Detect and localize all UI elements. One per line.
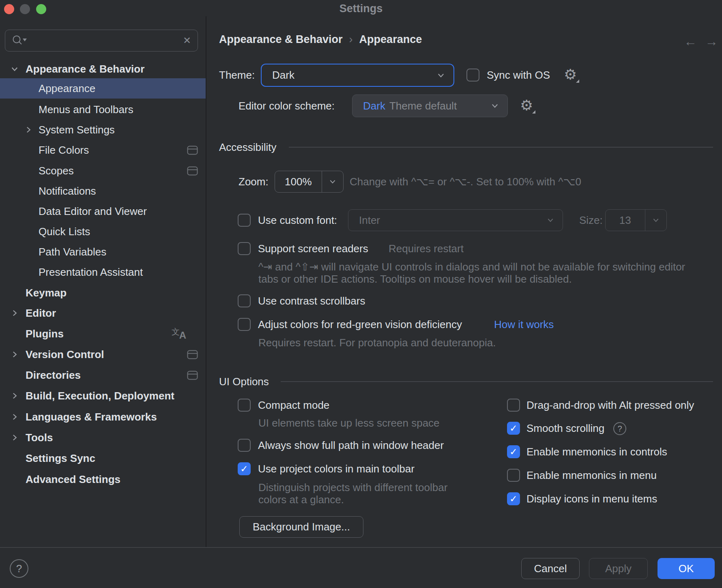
chevron-right-icon[interactable]: [11, 350, 19, 358]
project-colors-option[interactable]: Use project colors in main toolbar: [238, 462, 415, 475]
smooth-scrolling-option[interactable]: Smooth scrolling: [507, 422, 604, 435]
compact-mode-option[interactable]: Compact mode: [238, 399, 329, 412]
sidebar-item-plugins[interactable]: Plugins 文 A: [0, 324, 206, 344]
help-button[interactable]: ?: [10, 559, 28, 578]
red-green-vision-checkbox[interactable]: [238, 318, 251, 331]
chevron-down-icon[interactable]: [322, 171, 343, 192]
mnemonics-controls-label: Enable mnemonics in controls: [526, 446, 667, 458]
sidebar-item-languages-frameworks[interactable]: Languages & Frameworks: [0, 407, 206, 427]
menu-icons-checkbox[interactable]: [507, 492, 520, 505]
search-icon: [12, 34, 28, 47]
chevron-down-icon[interactable]: [11, 65, 19, 73]
use-custom-font-label: Use custom font:: [258, 214, 337, 227]
project-colors-description-line2: colors at a glance.: [258, 494, 344, 506]
sidebar-item-label: Appearance & Behavior: [26, 63, 144, 75]
custom-font-select[interactable]: Inter: [348, 209, 563, 231]
use-contrast-scrollbars-label: Use contrast scrollbars: [258, 295, 365, 307]
sidebar-item-label: Notifications: [39, 185, 96, 197]
sidebar-item-system-settings[interactable]: System Settings: [0, 120, 206, 140]
breadcrumb-parent[interactable]: Appearance & Behavior: [219, 33, 343, 46]
editor-color-scheme-select[interactable]: Dark Theme default: [352, 94, 508, 117]
sidebar-item-presentation-assistant[interactable]: Presentation Assistant: [0, 262, 206, 282]
sidebar-item-label: Keymap: [26, 287, 67, 299]
project-level-icon: [187, 371, 198, 380]
sync-with-os-option[interactable]: Sync with OS: [466, 69, 550, 82]
sidebar-item-label: Settings Sync: [26, 452, 95, 465]
breadcrumb-separator-icon: ›: [349, 33, 353, 46]
chevron-down-icon: [546, 216, 554, 224]
sidebar-item-build-execution-deployment[interactable]: Build, Execution, Deployment: [0, 386, 206, 406]
use-contrast-scrollbars-option[interactable]: Use contrast scrollbars: [238, 294, 365, 307]
chevron-right-icon[interactable]: [11, 433, 19, 442]
search-input[interactable]: [33, 34, 183, 47]
sidebar-item-keymap[interactable]: Keymap: [0, 283, 206, 303]
ok-button[interactable]: OK: [658, 558, 715, 579]
compact-mode-checkbox[interactable]: [238, 399, 251, 412]
use-custom-font-option[interactable]: Use custom font:: [238, 214, 337, 227]
sidebar-item-scopes[interactable]: Scopes: [0, 161, 206, 181]
mnemonics-menu-checkbox[interactable]: [507, 469, 520, 482]
sidebar-item-label: Appearance: [39, 82, 95, 95]
sidebar-item-editor[interactable]: Editor: [0, 303, 206, 323]
compact-mode-label: Compact mode: [258, 399, 329, 412]
back-arrow-icon[interactable]: ←: [684, 34, 697, 49]
sync-with-os-checkbox[interactable]: [466, 69, 479, 82]
sidebar-item-appearance-behavior[interactable]: Appearance & Behavior: [0, 59, 206, 79]
zoom-combo[interactable]: 100%: [275, 171, 344, 193]
sidebar-item-data-editor-and-viewer[interactable]: Data Editor and Viewer: [0, 201, 206, 221]
clear-search-icon[interactable]: ✕: [183, 35, 191, 46]
cancel-button[interactable]: Cancel: [521, 558, 580, 579]
chevron-right-icon[interactable]: [11, 392, 19, 400]
use-custom-font-checkbox[interactable]: [238, 214, 251, 227]
sidebar-item-label: Build, Execution, Deployment: [26, 390, 174, 402]
editor-color-scheme-label: Editor color scheme:: [239, 100, 335, 112]
sidebar-item-label: Advanced Settings: [26, 473, 120, 486]
project-level-icon: [187, 146, 198, 155]
sync-settings-gear-icon[interactable]: ⚙: [564, 67, 577, 82]
chevron-right-icon[interactable]: [11, 309, 19, 317]
font-size-label: Size:: [579, 214, 603, 227]
sidebar-item-quick-lists[interactable]: Quick Lists: [0, 221, 206, 242]
drag-and-drop-option[interactable]: Drag-and-drop with Alt pressed only: [507, 399, 694, 412]
mnemonics-menu-option[interactable]: Enable mnemonics in menu: [507, 469, 657, 482]
settings-search-box[interactable]: ✕: [5, 30, 198, 52]
drag-and-drop-checkbox[interactable]: [507, 399, 520, 412]
use-contrast-scrollbars-checkbox[interactable]: [238, 294, 251, 307]
support-screen-readers-checkbox[interactable]: [238, 242, 251, 255]
section-rule: [281, 381, 713, 382]
sidebar-item-menus-and-toolbars[interactable]: Menus and Toolbars: [0, 99, 206, 120]
sidebar-item-advanced-settings[interactable]: Advanced Settings: [0, 469, 206, 489]
scheme-settings-gear-icon[interactable]: ⚙: [520, 98, 533, 113]
project-colors-description-line1: Distinguish projects with different tool…: [258, 481, 447, 494]
how-it-works-link[interactable]: How it works: [494, 318, 554, 331]
red-green-description: Requires restart. For protanopia and deu…: [258, 337, 496, 349]
sidebar-item-tools[interactable]: Tools: [0, 427, 206, 448]
chevron-down-icon[interactable]: [645, 210, 666, 231]
sidebar-item-file-colors[interactable]: File Colors: [0, 140, 206, 160]
font-size-combo[interactable]: 13: [605, 209, 667, 231]
smooth-scrolling-help-icon[interactable]: ?: [613, 422, 626, 435]
theme-select[interactable]: Dark: [261, 64, 454, 87]
sidebar-item-notifications[interactable]: Notifications: [0, 181, 206, 201]
mnemonics-controls-option[interactable]: Enable mnemonics in controls: [507, 445, 667, 458]
project-colors-checkbox[interactable]: [238, 462, 251, 475]
full-path-option[interactable]: Always show full path in window header: [238, 439, 444, 452]
sidebar-item-settings-sync[interactable]: Settings Sync: [0, 448, 206, 468]
full-path-checkbox[interactable]: [238, 439, 251, 452]
mnemonics-controls-checkbox[interactable]: [507, 445, 520, 458]
sidebar-item-label: Version Control: [26, 348, 104, 361]
sidebar-item-directories[interactable]: Directories: [0, 365, 206, 385]
sidebar-item-path-variables[interactable]: Path Variables: [0, 242, 206, 262]
sidebar-item-version-control[interactable]: Version Control: [0, 344, 206, 365]
chevron-right-icon[interactable]: [11, 413, 19, 421]
apply-button[interactable]: Apply: [589, 558, 648, 579]
sidebar-item-appearance[interactable]: Appearance: [0, 78, 206, 99]
support-screen-readers-option[interactable]: Support screen readers: [238, 242, 368, 255]
chevron-right-icon[interactable]: [24, 126, 32, 134]
settings-dialog: Settings ✕ Appearance & Behavior Appeara…: [0, 0, 722, 588]
background-image-button[interactable]: Background Image...: [239, 516, 363, 538]
smooth-scrolling-checkbox[interactable]: [507, 422, 520, 435]
menu-icons-option[interactable]: Display icons in menu items: [507, 492, 657, 505]
red-green-vision-option[interactable]: Adjust colors for red-green vision defic…: [238, 318, 462, 331]
forward-arrow-icon[interactable]: →: [705, 34, 718, 49]
